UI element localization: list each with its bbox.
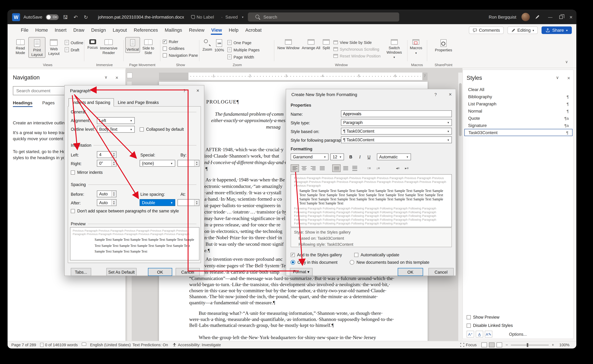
- arrange-all-button[interactable]: Arrange All: [301, 37, 321, 51]
- one-half-space-button[interactable]: [341, 164, 350, 172]
- font-name-dropdown[interactable]: Garamond▼: [291, 154, 329, 160]
- nav-tab-headings[interactable]: Headings: [13, 101, 32, 107]
- at-input[interactable]: ▲▼: [178, 199, 200, 206]
- split-button[interactable]: Split: [321, 37, 331, 51]
- style-item-normal[interactable]: Normal¶: [464, 107, 573, 114]
- tab-indents-and-spacing[interactable]: Indents and Spacing: [68, 98, 114, 106]
- only-in-this-document-radio[interactable]: Only in this document: [291, 260, 337, 265]
- set-as-default-button[interactable]: Set As Default: [106, 268, 137, 276]
- web-layout-button[interactable]: Web Layout: [45, 37, 62, 57]
- cancel-button[interactable]: Cancel: [176, 268, 200, 276]
- align-center-button[interactable]: [300, 164, 308, 172]
- show-preview-checkbox[interactable]: Show Preview: [467, 315, 570, 319]
- line-spacing-dropdown[interactable]: Double▼: [140, 199, 175, 206]
- zoom-in-button[interactable]: +: [552, 343, 554, 347]
- nav-tab-pages[interactable]: Pages: [42, 101, 55, 107]
- automatically-update-checkbox[interactable]: Automatically update: [354, 253, 399, 257]
- collapsed-by-default-checkbox[interactable]: Collapsed by default: [140, 127, 184, 131]
- italic-button[interactable]: I: [356, 153, 364, 161]
- dont-add-space-checkbox[interactable]: Don't add space between paragraphs of th…: [71, 209, 179, 213]
- macros-button[interactable]: Macros▾: [409, 37, 423, 56]
- print-layout-button[interactable]: Print Layout: [29, 37, 46, 58]
- cancel-button[interactable]: Cancel: [428, 268, 454, 276]
- vertical-scrollbar[interactable]: [458, 73, 463, 341]
- style-item-clear-all[interactable]: Clear All: [464, 86, 573, 93]
- new-window-button[interactable]: New Window: [276, 37, 301, 51]
- tab-help[interactable]: Help: [225, 25, 242, 35]
- close-pane-icon[interactable]: ×: [115, 75, 118, 80]
- language-indicator[interactable]: English (United States): [90, 343, 131, 347]
- view-side-by-side-button[interactable]: View Side by Side: [333, 40, 381, 45]
- new-documents-radio[interactable]: New documents based on this template: [350, 260, 429, 265]
- side-to-side-button[interactable]: Side to Side: [140, 37, 157, 56]
- spinner-icon[interactable]: ▲▼: [194, 200, 199, 206]
- close-icon[interactable]: ×: [196, 88, 199, 93]
- decrease-indent-button[interactable]: ◂≡: [394, 164, 402, 172]
- following-style-dropdown[interactable]: ¶ Task03Content▼: [341, 136, 452, 143]
- spinner-icon[interactable]: ▲▼: [111, 160, 116, 166]
- single-space-button[interactable]: [332, 164, 341, 172]
- tab-review[interactable]: Review: [186, 25, 208, 35]
- align-left-button[interactable]: [291, 164, 299, 172]
- tab-mailings[interactable]: Mailings: [161, 25, 185, 35]
- read-mode-button[interactable]: Read Mode: [12, 37, 28, 56]
- multiple-pages-button[interactable]: Multiple Pages: [228, 47, 260, 52]
- zoom-slider-track[interactable]: [511, 345, 549, 345]
- share-button[interactable]: Share ▾: [542, 26, 572, 34]
- zoom-percentage[interactable]: 100%: [559, 343, 570, 347]
- style-item-list-paragraph[interactable]: List Paragraph¶: [464, 100, 573, 107]
- sensitivity-label[interactable]: No Label: [191, 15, 214, 19]
- ok-button[interactable]: OK: [148, 268, 172, 276]
- zoom-slider-thumb[interactable]: [527, 343, 528, 347]
- vertical-button[interactable]: Vertical: [125, 37, 140, 53]
- add-to-gallery-checkbox[interactable]: Add to the Styles gallery: [291, 253, 342, 257]
- help-icon[interactable]: ?: [183, 88, 185, 93]
- style-inspector-button[interactable]: A̲: [476, 331, 483, 338]
- decrease-space-after-button[interactable]: ↓≡: [374, 164, 382, 172]
- close-icon[interactable]: ×: [449, 91, 452, 97]
- spinner-icon[interactable]: ▲▼: [111, 191, 116, 197]
- spacing-after-input[interactable]: Auto▲▼: [97, 199, 116, 206]
- bold-button[interactable]: B: [347, 153, 355, 161]
- redo-icon[interactable]: ↻: [82, 14, 89, 20]
- styles-options-link[interactable]: Options...: [509, 332, 527, 336]
- manage-styles-button[interactable]: A✎: [485, 331, 492, 338]
- zoom-100-button[interactable]: 100100%: [213, 37, 225, 53]
- accessibility-status[interactable]: Accessibility: Investigate: [173, 343, 221, 347]
- double-space-button[interactable]: [350, 164, 359, 172]
- document-title[interactable]: johnson.pat.202310304.the-information.do…: [98, 15, 184, 19]
- tab-home[interactable]: Home: [32, 25, 51, 35]
- tab-insert[interactable]: Insert: [51, 25, 70, 35]
- undo-icon[interactable]: ↶: [72, 14, 79, 20]
- focus-mode-button[interactable]: Focus: [460, 343, 477, 347]
- font-color-dropdown[interactable]: Automatic▼: [377, 154, 411, 160]
- search-box[interactable]: [248, 13, 399, 21]
- new-style-button[interactable]: A⁺: [467, 331, 474, 338]
- font-size-dropdown[interactable]: 12▼: [330, 154, 344, 160]
- style-item-quote[interactable]: Quote¶a: [464, 114, 573, 122]
- underline-button[interactable]: U: [365, 153, 373, 161]
- editing-mode-button[interactable]: Editing ▾: [508, 26, 538, 34]
- collapse-ribbon-icon[interactable]: ∨: [565, 60, 568, 64]
- justify-button[interactable]: [318, 164, 326, 172]
- switch-windows-button[interactable]: Switch Windows▾: [384, 37, 405, 60]
- ok-button[interactable]: OK: [398, 268, 423, 276]
- autosave-toggle[interactable]: On: [46, 14, 59, 20]
- help-icon[interactable]: ?: [434, 92, 437, 97]
- proofing-icon[interactable]: [82, 343, 86, 346]
- alignment-dropdown[interactable]: Left▼: [97, 117, 135, 124]
- tab-view[interactable]: View: [208, 25, 225, 35]
- ruler-checkbox[interactable]: Ruler: [163, 39, 198, 44]
- minimize-button[interactable]: —: [548, 15, 553, 19]
- spinner-icon[interactable]: ▲▼: [111, 200, 116, 206]
- gridlines-checkbox[interactable]: Gridlines: [163, 46, 198, 51]
- chevron-down-icon[interactable]: ∨: [104, 75, 108, 80]
- ink-pen-icon[interactable]: [535, 15, 540, 19]
- tab-line-and-page-breaks[interactable]: Line and Page Breaks: [114, 98, 163, 106]
- print-layout-view-button[interactable]: [489, 343, 495, 347]
- by-input[interactable]: ▲▼: [178, 160, 200, 167]
- tab-file[interactable]: File: [17, 25, 32, 35]
- close-button[interactable]: ×: [569, 14, 573, 20]
- tab-draw[interactable]: Draw: [70, 25, 88, 35]
- user-name[interactable]: Ron Bergquist: [489, 15, 516, 19]
